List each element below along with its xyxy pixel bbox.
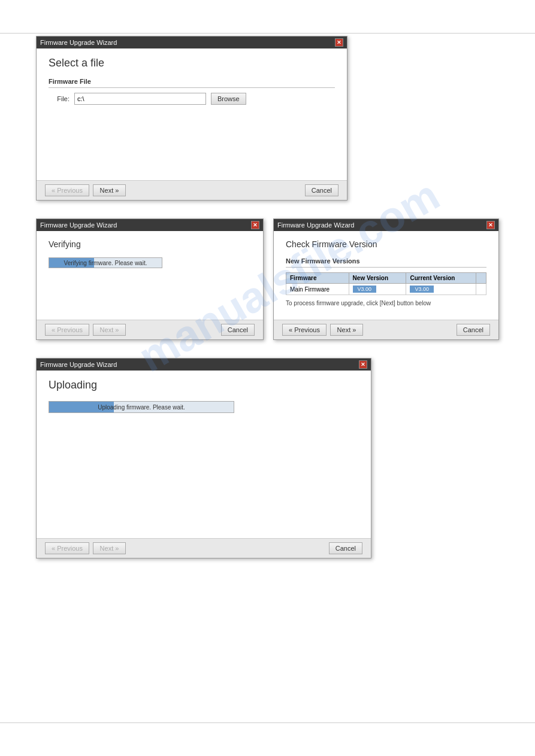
verifying-progress-label: Verifying firmware. Please wait. bbox=[49, 258, 162, 268]
dialog3-note: To process firmware upgrade, click [Next… bbox=[286, 300, 486, 306]
dialog4-close-button[interactable]: ✕ bbox=[359, 360, 367, 369]
dialog3-body: Check Firmware Version New Firmware Vers… bbox=[274, 231, 498, 320]
dialog2-title: Firmware Upgrade Wizard bbox=[40, 221, 117, 229]
dialog2-titlebar: Firmware Upgrade Wizard ✕ bbox=[37, 219, 263, 231]
check-firmware-dialog: Firmware Upgrade Wizard ✕ Check Firmware… bbox=[273, 218, 499, 340]
dialog3-close-button[interactable]: ✕ bbox=[486, 221, 495, 229]
new-version-badge: V3.00 bbox=[353, 286, 377, 293]
col-new-version: New Version bbox=[349, 273, 406, 284]
dialog1-body: Select a file Firmware File File: Browse bbox=[37, 48, 347, 180]
row-cur-ver: V3.00 bbox=[406, 284, 476, 295]
dialog3-section-label: New Firmware Versions bbox=[286, 257, 486, 268]
dialog4-next-button[interactable]: Next » bbox=[93, 542, 126, 554]
uploading-progress-label: Uploading firmware. Please wait. bbox=[49, 402, 234, 412]
dialog4-heading: Uploading bbox=[49, 379, 359, 391]
version-table: Firmware New Version Current Version Mai… bbox=[286, 272, 486, 295]
dialog1-section-label: Firmware File bbox=[49, 78, 335, 88]
dialog3-title: Firmware Upgrade Wizard bbox=[277, 221, 354, 229]
dialog1-titlebar: Firmware Upgrade Wizard ✕ bbox=[37, 37, 347, 48]
uploading-progress-row: Uploading firmware. Please wait. bbox=[49, 401, 359, 413]
col-current-version: Current Version bbox=[406, 273, 476, 284]
verifying-dialog: Firmware Upgrade Wizard ✕ Verifying Veri… bbox=[36, 218, 264, 340]
dialog3-footer: « Previous Next » Cancel bbox=[274, 320, 498, 339]
dialog2-next-button[interactable]: Next » bbox=[93, 324, 126, 336]
cur-version-badge: V3.00 bbox=[410, 286, 434, 293]
dialog3-next-button[interactable]: Next » bbox=[330, 324, 363, 336]
dialog4-previous-button[interactable]: « Previous bbox=[45, 542, 89, 554]
row-firmware-name: Main Firmware bbox=[286, 284, 349, 295]
file-form-row: File: Browse bbox=[49, 93, 335, 105]
file-input[interactable] bbox=[74, 93, 206, 105]
uploading-dialog: Firmware Upgrade Wizard ✕ Uploading Uplo… bbox=[36, 358, 371, 558]
dialog3-previous-button[interactable]: « Previous bbox=[282, 324, 327, 336]
dialog4-body: Uploading Uploading firmware. Please wai… bbox=[37, 371, 371, 538]
dialog2-close-button[interactable]: ✕ bbox=[251, 221, 259, 229]
col-extra bbox=[476, 273, 486, 284]
dialog1-close-button[interactable]: ✕ bbox=[335, 38, 343, 47]
dialog1-previous-button[interactable]: « Previous bbox=[45, 184, 89, 196]
dialog4-footer: « Previous Next » Cancel bbox=[37, 538, 371, 558]
dialog2-cancel-button[interactable]: Cancel bbox=[221, 324, 255, 336]
dialog4-cancel-button[interactable]: Cancel bbox=[329, 542, 362, 554]
uploading-progress-bar: Uploading firmware. Please wait. bbox=[49, 401, 234, 413]
dialog1-heading: Select a file bbox=[49, 57, 335, 69]
verifying-progress-row: Verifying firmware. Please wait. bbox=[49, 257, 251, 268]
file-label: File: bbox=[49, 95, 69, 102]
table-row: Main Firmware V3.00 V3.00 bbox=[286, 284, 486, 295]
dialog1-title: Firmware Upgrade Wizard bbox=[40, 39, 117, 46]
dialog1-next-button[interactable]: Next » bbox=[93, 184, 126, 196]
dialog1-footer: « Previous Next » Cancel bbox=[37, 180, 347, 200]
dialog4-title: Firmware Upgrade Wizard bbox=[40, 361, 117, 368]
dialog-row: Firmware Upgrade Wizard ✕ Verifying Veri… bbox=[36, 218, 499, 340]
row-extra bbox=[476, 284, 486, 295]
dialog2-heading: Verifying bbox=[49, 239, 251, 249]
dialog3-cancel-button[interactable]: Cancel bbox=[457, 324, 490, 336]
col-firmware: Firmware bbox=[286, 273, 349, 284]
dialog1-cancel-button[interactable]: Cancel bbox=[305, 184, 338, 196]
dialog2-footer: « Previous Next » Cancel bbox=[37, 320, 263, 339]
dialog3-titlebar: Firmware Upgrade Wizard ✕ bbox=[274, 219, 498, 231]
row-new-ver: V3.00 bbox=[349, 284, 406, 295]
browse-button[interactable]: Browse bbox=[211, 93, 246, 105]
dialog4-titlebar: Firmware Upgrade Wizard ✕ bbox=[37, 359, 371, 371]
select-file-dialog: Firmware Upgrade Wizard ✕ Select a file … bbox=[36, 36, 347, 201]
dialog2-body: Verifying Verifying firmware. Please wai… bbox=[37, 231, 263, 320]
dialog2-previous-button[interactable]: « Previous bbox=[45, 324, 89, 336]
dialog3-heading: Check Firmware Version bbox=[286, 239, 486, 249]
verifying-progress-bar: Verifying firmware. Please wait. bbox=[49, 257, 162, 268]
